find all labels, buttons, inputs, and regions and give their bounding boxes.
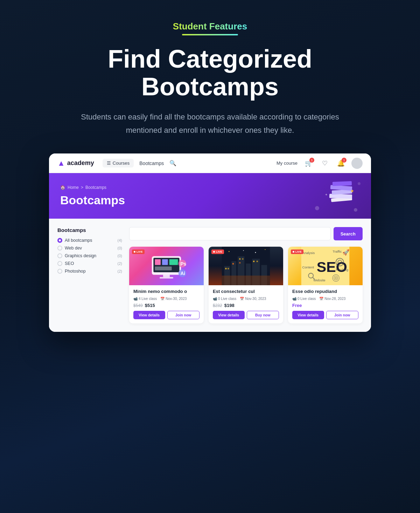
filter-label-webdev: Web dev [65, 246, 82, 251]
svg-rect-33 [225, 268, 226, 269]
live-badge-1: LIVE [132, 249, 145, 254]
calendar-icon: 📅 [160, 297, 164, 301]
content-area: Bootcamps All bootcamps (4) Web dev (0) [49, 219, 371, 332]
svg-rect-41 [222, 276, 270, 286]
svg-text:🚀: 🚀 [342, 249, 350, 256]
page-banner: 🏠 Home > Bootcamps Bootcamps ★ ✦ [49, 173, 371, 219]
svg-point-0 [315, 206, 319, 210]
svg-rect-37 [242, 258, 244, 260]
card-meta-2: 📹 0 Live class 📅 Nov-30, 2023 [213, 297, 279, 301]
live-badge-2: LIVE [211, 249, 224, 254]
svg-rect-15 [155, 267, 172, 271]
radio-all [57, 238, 62, 243]
navbar: ▲ academy ☰ Courses Bootcamps 🔍 My cours… [49, 153, 371, 173]
courses-button[interactable]: ☰ Courses [103, 159, 134, 167]
course-card-1: LIVE [129, 247, 204, 323]
svg-rect-40 [257, 261, 258, 262]
filter-all[interactable]: All bootcamps (4) [57, 238, 122, 243]
svg-text:Analysis: Analysis [302, 251, 315, 255]
filter-graphics[interactable]: Graphics design (0) [57, 253, 122, 258]
svg-text:Content: Content [302, 265, 314, 269]
filter-seo[interactable]: SEO (2) [57, 261, 122, 266]
search-input[interactable] [129, 227, 331, 240]
radio-photoshop [57, 269, 62, 274]
svg-text:Website: Website [313, 278, 326, 282]
user-avatar[interactable] [351, 158, 363, 169]
filter-count-graphics: (0) [118, 254, 122, 258]
wishlist-button[interactable]: ♡ [319, 158, 330, 169]
main-content: Search LIVE [129, 227, 363, 323]
svg-point-23 [229, 251, 230, 252]
calendar-icon-2: 📅 [240, 297, 244, 301]
logo[interactable]: ▲ academy [57, 159, 94, 168]
join-btn-3[interactable]: Join now [326, 311, 359, 319]
notifications-button[interactable]: 🔔 1 [335, 158, 346, 169]
svg-rect-14 [169, 259, 178, 265]
breadcrumb-home[interactable]: Home [68, 185, 79, 190]
filter-count-seo: (2) [118, 261, 122, 266]
sidebar: Bootcamps All bootcamps (4) Web dev (0) [57, 227, 122, 323]
svg-text:✦: ✦ [325, 193, 328, 197]
view-details-btn-2[interactable]: View details [213, 311, 245, 319]
svg-rect-36 [239, 258, 240, 260]
view-details-btn-1[interactable]: View details [133, 311, 165, 319]
svg-text:Ps: Ps [180, 261, 186, 267]
live-class-info-1: 📹 4 Live class [133, 297, 157, 301]
svg-rect-35 [232, 263, 234, 265]
filter-count-webdev: (0) [118, 246, 122, 250]
course-card-3: LIVE SEO Analysis Traffic Content Rankin… [288, 247, 363, 323]
hero-underline-decoration [182, 34, 238, 35]
bootcamps-nav-link[interactable]: Bootcamps [139, 160, 164, 166]
svg-text:Ranking: Ranking [336, 268, 348, 272]
video-icon-2: 📹 [213, 297, 217, 301]
svg-text:SEO: SEO [317, 259, 347, 275]
app-mockup: ▲ academy ☰ Courses Bootcamps 🔍 My cours… [49, 153, 371, 332]
svg-rect-16 [163, 275, 170, 277]
svg-point-26 [265, 249, 265, 250]
cart-button[interactable]: 🛒 1 [303, 158, 314, 169]
logo-text: academy [67, 159, 94, 167]
filter-photoshop[interactable]: Photoshop (2) [57, 269, 122, 274]
svg-point-1 [358, 182, 360, 185]
sidebar-title: Bootcamps [57, 227, 122, 233]
card-meta-1: 📹 4 Live class 📅 Nov-30, 2023 [133, 297, 200, 301]
filter-count-all: (4) [118, 238, 122, 242]
notifications-badge: 1 [342, 158, 346, 163]
hero-section: Student Features Find Categorized Bootca… [52, 21, 368, 137]
hero-title: Find Categorized Bootcamps [52, 45, 368, 101]
card-price-1: $549 $515 [133, 303, 200, 308]
nav-icon-group: 🛒 1 ♡ 🔔 1 [303, 158, 363, 169]
svg-text:★: ★ [350, 189, 354, 193]
filter-webdev[interactable]: Web dev (0) [57, 246, 122, 251]
card-body-2: Est consectetur cul 📹 0 Live class 📅 Nov… [209, 285, 283, 323]
svg-rect-12 [155, 259, 161, 265]
banner-illustration: ★ ✦ [314, 177, 363, 215]
svg-rect-13 [162, 259, 168, 265]
card-title-1: Minim nemo commodo o [133, 289, 200, 294]
video-icon-3: 📹 [292, 297, 296, 301]
breadcrumb-home-icon: 🏠 [60, 185, 65, 190]
courses-grid: LIVE [129, 247, 363, 323]
view-details-btn-3[interactable]: View details [292, 311, 324, 319]
breadcrumb-separator: > [81, 185, 83, 190]
date-info-1: 📅 Nov-30, 2023 [160, 297, 187, 301]
svg-text:Traffic: Traffic [332, 249, 342, 253]
live-class-info-3: 📹 0 Live class [292, 297, 316, 301]
my-course-link[interactable]: My course [276, 160, 298, 166]
filter-label-all: All bootcamps [65, 238, 92, 243]
card-thumbnail-1: LIVE [129, 247, 204, 285]
svg-text:Ai: Ai [180, 271, 185, 276]
hero-description: Students can easily find all the bootcam… [77, 110, 343, 137]
menu-icon: ☰ [107, 160, 111, 166]
video-icon: 📹 [133, 297, 138, 301]
radio-seo [57, 261, 62, 266]
svg-point-2 [354, 208, 357, 212]
buy-btn-2[interactable]: Buy now [247, 311, 279, 319]
search-button[interactable]: Search [334, 227, 363, 240]
join-btn-1[interactable]: Join now [167, 311, 200, 319]
svg-rect-7 [332, 181, 352, 186]
card-meta-3: 📹 0 Live class 📅 Nov-28, 2023 [292, 297, 358, 301]
svg-rect-34 [227, 268, 229, 269]
card-thumbnail-3: LIVE SEO Analysis Traffic Content Rankin… [288, 247, 363, 285]
search-nav-icon[interactable]: 🔍 [169, 160, 176, 166]
